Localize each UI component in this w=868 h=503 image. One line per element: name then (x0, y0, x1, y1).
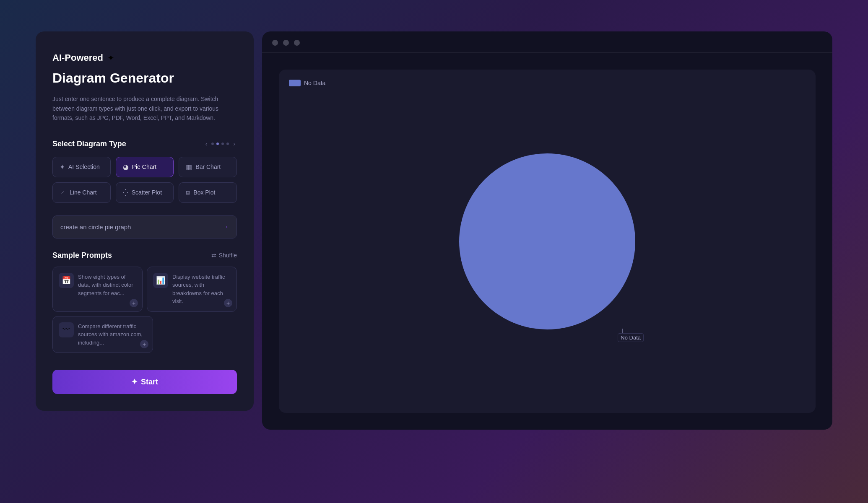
prompt-input-row: → (52, 215, 237, 239)
window-dot-3 (294, 40, 300, 46)
prompt-input[interactable] (60, 223, 221, 231)
description-text: Just enter one sentence to produce a com… (52, 94, 237, 122)
sample-card-2[interactable]: 📊 Display website traffic sources, with … (147, 267, 237, 312)
prev-arrow[interactable]: ‹ (204, 140, 209, 148)
sample-prompts-header: Sample Prompts ⇄ Shuffle (52, 251, 237, 260)
chart-legend: No Data (289, 80, 325, 86)
scatter-plot-icon: ⁛ (123, 189, 128, 197)
pie-chart-circle: No Data (459, 153, 635, 329)
btn-ai-selection-label: AI Selection (68, 163, 100, 170)
start-button[interactable]: ✦ Start (52, 370, 237, 394)
shuffle-label: Shuffle (219, 252, 237, 259)
brand-row: AI-Powered ✦ (52, 52, 237, 63)
box-plot-icon: ⧈ (186, 189, 190, 196)
diagram-section-header: Select Diagram Type ‹ › (52, 140, 237, 148)
btn-box-plot-label: Box Plot (193, 189, 215, 196)
window-dot-2 (283, 40, 289, 46)
brand-name: AI-Powered (52, 52, 103, 63)
sample-card-1-text: Show eight types of data, with distinct … (78, 273, 136, 298)
right-panel: No Data No Data (262, 31, 832, 430)
sample-card-1-inner: 📅 Show eight types of data, with distinc… (59, 273, 136, 298)
sample-prompts-title: Sample Prompts (52, 251, 112, 260)
left-panel: AI-Powered ✦ Diagram Generator Just ente… (36, 31, 254, 411)
shuffle-icon: ⇄ (211, 252, 216, 259)
sample-card-3-inner: 〰 Compare different traffic sources with… (59, 322, 147, 347)
dot-4 (226, 143, 229, 145)
sample-card-3-text: Compare different traffic sources with a… (78, 322, 147, 347)
window-dot-1 (272, 40, 278, 46)
btn-line-chart[interactable]: ⟋ Line Chart (52, 182, 111, 203)
sample-card-2-icon: 📊 (153, 273, 168, 288)
btn-box-plot[interactable]: ⧈ Box Plot (179, 182, 237, 203)
submit-arrow-icon[interactable]: → (221, 223, 229, 231)
btn-bar-chart-label: Bar Chart (195, 163, 221, 170)
next-arrow[interactable]: › (231, 140, 237, 148)
dot-2 (216, 143, 219, 145)
sample-card-1[interactable]: 📅 Show eight types of data, with distinc… (52, 267, 143, 312)
line-chart-icon: ⟋ (60, 189, 66, 196)
no-data-tooltip: No Data (618, 333, 644, 342)
start-btn-icon: ✦ (131, 377, 138, 386)
dot-3 (221, 143, 224, 145)
chart-area: No Data No Data (262, 53, 832, 430)
sample-row-2: 〰 Compare different traffic sources with… (52, 316, 237, 353)
page-title: Diagram Generator (52, 70, 237, 86)
shuffle-button[interactable]: ⇄ Shuffle (211, 252, 237, 259)
bar-chart-icon: ▦ (186, 163, 192, 171)
sample-card-1-icon: 📅 (59, 273, 74, 288)
btn-scatter-plot-label: Scatter Plot (132, 189, 162, 196)
legend-label: No Data (304, 80, 325, 86)
sample-card-2-plus: + (224, 299, 232, 307)
chart-inner: No Data No Data (279, 70, 816, 413)
ai-selection-icon: ✦ (60, 163, 65, 171)
sample-card-2-text: Display website traffic sources, with br… (172, 273, 231, 306)
dot-1 (211, 143, 214, 145)
sample-row-1: 📅 Show eight types of data, with distinc… (52, 267, 237, 312)
diagram-section-title: Select Diagram Type (52, 140, 126, 148)
legend-color-swatch (289, 80, 301, 86)
btn-pie-chart[interactable]: ◕ Pie Chart (116, 157, 174, 177)
diagram-type-grid: ✦ AI Selection ◕ Pie Chart ▦ Bar Chart ⟋… (52, 157, 237, 203)
btn-bar-chart[interactable]: ▦ Bar Chart (179, 157, 237, 177)
sample-card-3[interactable]: 〰 Compare different traffic sources with… (52, 316, 153, 353)
sample-prompts-grid: 📅 Show eight types of data, with distinc… (52, 267, 237, 353)
sample-card-3-icon: 〰 (59, 322, 74, 337)
btn-ai-selection[interactable]: ✦ AI Selection (52, 157, 111, 177)
sample-card-1-plus: + (130, 299, 138, 307)
pagination: ‹ › (204, 140, 237, 148)
sample-card-2-inner: 📊 Display website traffic sources, with … (153, 273, 231, 306)
sample-card-3-plus: + (140, 340, 148, 348)
btn-pie-chart-label: Pie Chart (132, 163, 156, 170)
start-btn-label: Start (141, 378, 158, 386)
sparkle-icon: ✦ (107, 53, 114, 63)
btn-scatter-plot[interactable]: ⁛ Scatter Plot (116, 182, 174, 203)
pie-chart-icon: ◕ (123, 163, 129, 171)
window-bar (262, 31, 832, 53)
btn-line-chart-label: Line Chart (70, 189, 97, 196)
